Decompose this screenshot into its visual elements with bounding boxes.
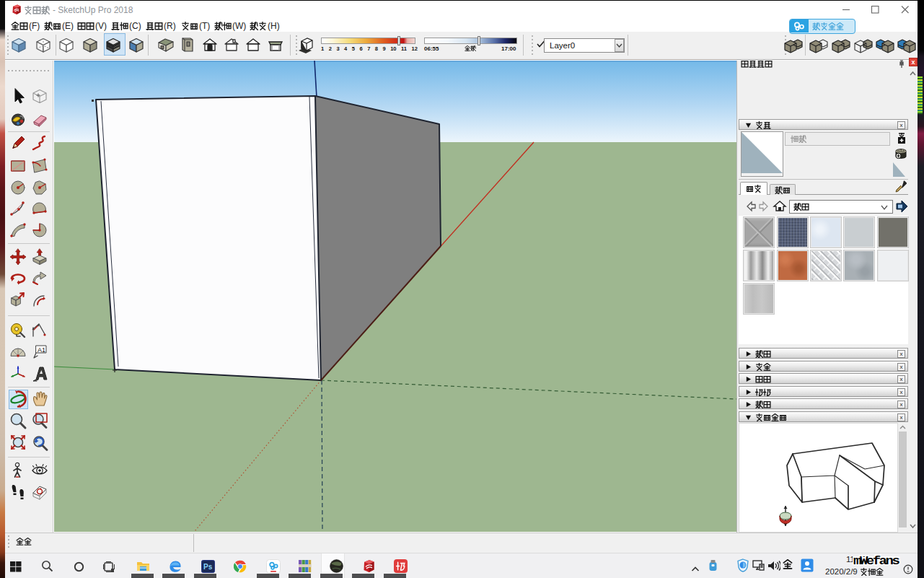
- svg-text:Ps: Ps: [203, 563, 213, 571]
- svg-text:A1: A1: [38, 346, 45, 354]
